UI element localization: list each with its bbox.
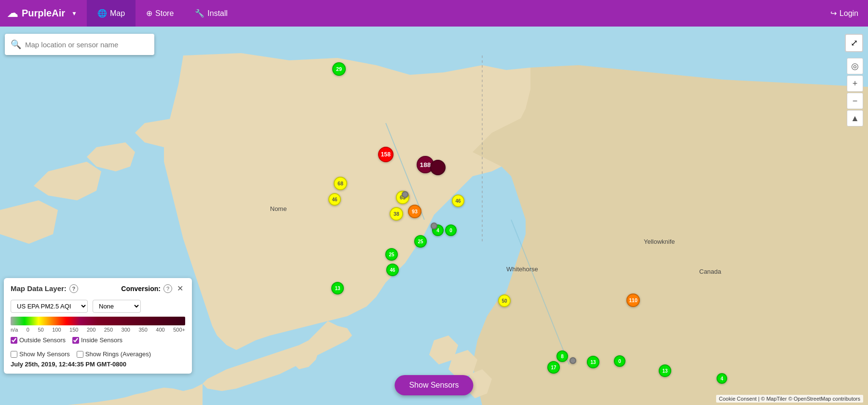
login-arrow-icon: ↪ (830, 9, 837, 18)
nav-store[interactable]: ⊕ Store (136, 0, 184, 27)
logo-text: PurpleAir (22, 8, 65, 19)
sensor-s5[interactable]: 68 (334, 177, 347, 190)
legend-title: Map Data Layer: ? (11, 284, 78, 293)
sensor-s12[interactable]: 0 (445, 224, 457, 236)
color-label: 250 (104, 327, 113, 333)
legend-panel: Map Data Layer: ? Conversion: ? ✕ US EPA… (4, 278, 192, 374)
checkbox-rings[interactable]: Show Rings (Averages) (77, 350, 151, 358)
map-controls: ◎ + − ▲ (847, 58, 863, 126)
show-sensors-button[interactable]: Show Sensors (394, 375, 473, 395)
color-label: 350 (138, 327, 147, 333)
legend-time: July 25th, 2019, 12:44:35 PM GMT-0800 (11, 361, 185, 368)
sensor-s21[interactable]: 13 (587, 356, 599, 368)
color-label: 400 (156, 327, 164, 333)
conversion-help-icon[interactable]: ? (163, 284, 172, 293)
zoom-in-button[interactable]: + (847, 75, 863, 92)
sensor-s17[interactable]: 50 (498, 294, 511, 307)
sensor-s1[interactable]: 29 (332, 62, 346, 76)
cloud-icon: ☁ (7, 7, 18, 20)
sensor-s25[interactable] (402, 191, 408, 198)
sensor-s22[interactable]: 0 (614, 355, 625, 367)
logo-dropdown-icon[interactable]: ▼ (69, 10, 80, 17)
sensor-s9[interactable]: 38 (390, 207, 403, 221)
legend-conversion: Conversion: ? ✕ (121, 284, 185, 293)
legend-header: Map Data Layer: ? Conversion: ? ✕ (11, 284, 185, 296)
map-globe-icon: 🌐 (97, 9, 107, 18)
install-wrench-icon: 🔧 (195, 9, 204, 18)
legend-help-icon[interactable]: ? (69, 284, 78, 293)
compass-icon: ▲ (851, 113, 859, 124)
checkbox-input-outside[interactable] (11, 337, 17, 344)
legend-close-button[interactable]: ✕ (175, 284, 185, 293)
logo[interactable]: ☁ PurpleAir ▼ (0, 7, 87, 20)
nav-install[interactable]: 🔧 Install (184, 0, 238, 27)
search-box[interactable]: 🔍 (5, 34, 154, 55)
zoom-out-icon: − (853, 96, 858, 106)
sensor-s2[interactable]: 158 (378, 147, 393, 162)
checkbox-input-inside[interactable] (72, 337, 79, 344)
layer-select[interactable]: US EPA PM2.5 AQIAQIPM2.5 (11, 300, 88, 313)
sensor-s10[interactable]: 93 (408, 205, 421, 218)
color-labels: n/a050100150200250300350400500+ (11, 327, 185, 333)
locate-icon: ◎ (851, 61, 859, 71)
sensor-s26[interactable] (431, 223, 437, 229)
zoom-in-icon: + (853, 79, 858, 89)
sensor-s16[interactable]: 13 (331, 282, 344, 294)
sensor-s19[interactable]: 8 (556, 350, 568, 362)
checkbox-inside[interactable]: Inside Sensors (72, 336, 122, 344)
sensor-s13[interactable]: 25 (414, 235, 427, 248)
sensor-s15[interactable]: 46 (386, 264, 399, 276)
sensor-s27[interactable] (570, 357, 576, 364)
sensor-s4[interactable] (430, 160, 446, 175)
nav: 🌐 Map ⊕ Store 🔧 Install (87, 0, 238, 27)
checkbox-my[interactable]: Show My Sensors (11, 350, 70, 358)
sensor-s23[interactable]: 13 (659, 364, 671, 377)
fullscreen-icon: ⤢ (851, 38, 858, 48)
color-label: 200 (87, 327, 95, 333)
color-label: 0 (27, 327, 29, 333)
color-label: n/a (11, 327, 18, 333)
checkbox-input-rings[interactable] (77, 351, 83, 358)
zoom-out-button[interactable]: − (847, 93, 863, 109)
sensor-s20[interactable]: 17 (547, 361, 560, 374)
sensor-s24[interactable]: 4 (717, 373, 727, 384)
color-label: 50 (38, 327, 43, 333)
compass-button[interactable]: ▲ (847, 110, 863, 126)
attribution[interactable]: Cookie Consent | © MapTiler © OpenStreet… (716, 395, 863, 403)
search-input[interactable] (25, 41, 149, 49)
locate-button[interactable]: ◎ (847, 58, 863, 74)
color-label: 300 (122, 327, 130, 333)
color-label: 150 (69, 327, 78, 333)
color-label: 100 (52, 327, 61, 333)
checkbox-input-my[interactable] (11, 351, 17, 358)
sensor-s8[interactable]: 46 (452, 195, 464, 207)
color-bar (11, 317, 185, 325)
fullscreen-button[interactable]: ⤢ (845, 34, 863, 52)
checkbox-row: Outside SensorsInside SensorsShow My Sen… (11, 336, 185, 358)
login-button[interactable]: ↪ Login (821, 9, 868, 18)
store-plus-icon: ⊕ (146, 9, 152, 18)
color-label: 500+ (173, 327, 185, 333)
sensor-s14[interactable]: 25 (385, 248, 398, 261)
sensor-s6[interactable]: 46 (328, 193, 341, 206)
conversion-select[interactable]: NoneAQFLRAPA (93, 300, 141, 313)
checkbox-outside[interactable]: Outside Sensors (11, 336, 66, 344)
search-icon: 🔍 (11, 39, 21, 50)
nav-map[interactable]: 🌐 Map (87, 0, 136, 27)
header: ☁ PurpleAir ▼ 🌐 Map ⊕ Store 🔧 Install ↪ … (0, 0, 868, 27)
sensor-s18[interactable]: 110 (626, 293, 640, 307)
